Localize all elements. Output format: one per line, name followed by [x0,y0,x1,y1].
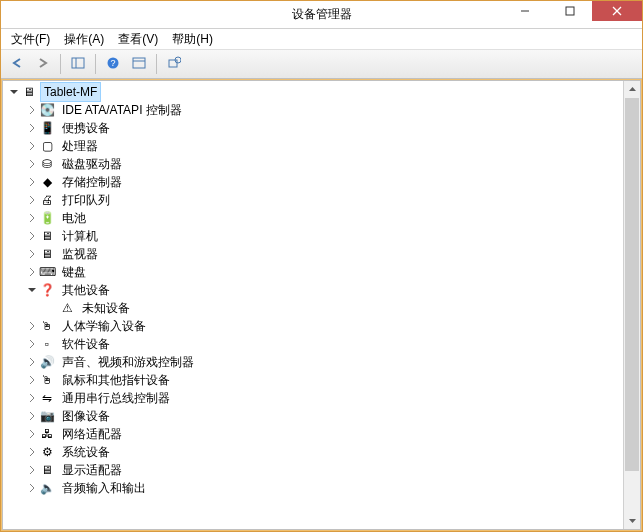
expand-icon[interactable] [25,319,39,333]
expand-icon[interactable] [25,265,39,279]
expand-icon[interactable] [25,121,39,135]
expand-icon[interactable] [25,391,39,405]
properties-button[interactable] [127,52,151,76]
category-label[interactable]: 人体学输入设备 [58,316,150,336]
back-button[interactable] [5,52,29,76]
expand-icon[interactable] [25,175,39,189]
expand-icon[interactable] [25,229,39,243]
category-node[interactable]: 🔈音频输入和输出 [3,479,640,497]
category-label[interactable]: 显示适配器 [58,460,126,480]
tree-root[interactable]: 🖥Tablet-MF [3,83,640,101]
close-button[interactable] [592,1,642,21]
expand-icon[interactable] [25,463,39,477]
title-bar: 设备管理器 [1,1,642,29]
category-label[interactable]: 鼠标和其他指针设备 [58,370,174,390]
scroll-track[interactable] [624,98,640,512]
category-node[interactable]: 🖨打印队列 [3,191,640,209]
menu-help[interactable]: 帮助(H) [166,30,219,49]
category-label[interactable]: 图像设备 [58,406,114,426]
collapse-icon[interactable] [25,283,39,297]
scroll-up-button[interactable] [624,81,640,98]
category-label[interactable]: 其他设备 [58,280,114,300]
expand-icon[interactable] [25,373,39,387]
monitor-icon: 🖥 [39,246,55,262]
scan-hardware-button[interactable] [162,52,186,76]
category-node[interactable]: 🖥监视器 [3,245,640,263]
device-tree[interactable]: 🖥Tablet-MF💽IDE ATA/ATAPI 控制器📱便携设备▢处理器⛁磁盘… [3,81,640,499]
scroll-down-button[interactable] [624,512,640,529]
category-label[interactable]: 键盘 [58,262,90,282]
forward-button[interactable] [31,52,55,76]
category-label[interactable]: 存储控制器 [58,172,126,192]
category-label[interactable]: 磁盘驱动器 [58,154,126,174]
scroll-thumb[interactable] [625,98,639,471]
expand-icon[interactable] [25,193,39,207]
minimize-button[interactable] [502,1,547,21]
category-label[interactable]: 计算机 [58,226,102,246]
help-button[interactable]: ? [101,52,125,76]
category-node[interactable]: 🖱人体学输入设备 [3,317,640,335]
ide-icon: 💽 [39,102,55,118]
menu-view[interactable]: 查看(V) [112,30,164,49]
root-label[interactable]: Tablet-MF [40,82,101,102]
menu-file[interactable]: 文件(F) [5,30,56,49]
device-node[interactable]: ⚠未知设备 [3,299,640,317]
svg-rect-4 [72,58,84,68]
menu-bar: 文件(F) 操作(A) 查看(V) 帮助(H) [1,29,642,49]
category-node[interactable]: 🖧网络适配器 [3,425,640,443]
category-node[interactable]: ⇋通用串行总线控制器 [3,389,640,407]
category-label[interactable]: 便携设备 [58,118,114,138]
category-label[interactable]: 处理器 [58,136,102,156]
category-node[interactable]: ▢处理器 [3,137,640,155]
expand-icon[interactable] [25,427,39,441]
category-node[interactable]: ⛁磁盘驱动器 [3,155,640,173]
expand-icon[interactable] [25,157,39,171]
device-label[interactable]: 未知设备 [78,298,134,318]
category-node[interactable]: 📷图像设备 [3,407,640,425]
menu-action[interactable]: 操作(A) [58,30,110,49]
category-label[interactable]: 电池 [58,208,90,228]
category-label[interactable]: 软件设备 [58,334,114,354]
arrow-left-icon [10,56,24,73]
category-node[interactable]: 💽IDE ATA/ATAPI 控制器 [3,101,640,119]
printer-icon: 🖨 [39,192,55,208]
category-node[interactable]: 🔊声音、视频和游戏控制器 [3,353,640,371]
expand-icon[interactable] [25,103,39,117]
category-label[interactable]: 打印队列 [58,190,114,210]
show-hide-tree-button[interactable] [66,52,90,76]
category-label[interactable]: 监视器 [58,244,102,264]
category-label[interactable]: 通用串行总线控制器 [58,388,174,408]
expand-icon[interactable] [25,337,39,351]
category-node[interactable]: 🖱鼠标和其他指针设备 [3,371,640,389]
category-node[interactable]: ❓其他设备 [3,281,640,299]
expand-icon[interactable] [25,247,39,261]
svg-rect-1 [566,7,574,15]
category-node[interactable]: 🖥显示适配器 [3,461,640,479]
expand-icon[interactable] [25,211,39,225]
svg-rect-8 [133,58,145,68]
expand-icon[interactable] [25,139,39,153]
computer-icon: 🖥 [39,228,55,244]
category-label[interactable]: 声音、视频和游戏控制器 [58,352,198,372]
expand-icon[interactable] [25,481,39,495]
category-node[interactable]: 🔋电池 [3,209,640,227]
expand-icon[interactable] [25,409,39,423]
category-node[interactable]: 🖥计算机 [3,227,640,245]
category-label[interactable]: 网络适配器 [58,424,126,444]
category-node[interactable]: ⌨键盘 [3,263,640,281]
category-node[interactable]: ⚙系统设备 [3,443,640,461]
category-label[interactable]: 系统设备 [58,442,114,462]
category-label[interactable]: IDE ATA/ATAPI 控制器 [58,100,186,120]
expand-icon[interactable] [25,355,39,369]
maximize-button[interactable] [547,1,592,21]
category-node[interactable]: ◆存储控制器 [3,173,640,191]
vertical-scrollbar[interactable] [623,81,640,529]
mouse-icon: 🖱 [39,372,55,388]
toolbar-separator [60,54,61,74]
category-node[interactable]: ▫软件设备 [3,335,640,353]
category-label[interactable]: 音频输入和输出 [58,478,150,498]
computer-icon: 🖥 [21,84,37,100]
category-node[interactable]: 📱便携设备 [3,119,640,137]
expand-icon[interactable] [25,445,39,459]
collapse-icon[interactable] [7,85,21,99]
